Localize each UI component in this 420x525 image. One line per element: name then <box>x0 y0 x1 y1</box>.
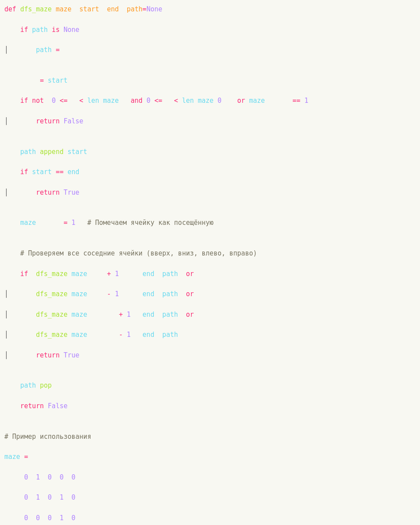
code-block: def dfs_maze(maze, start, end, path=None… <box>4 4 416 525</box>
